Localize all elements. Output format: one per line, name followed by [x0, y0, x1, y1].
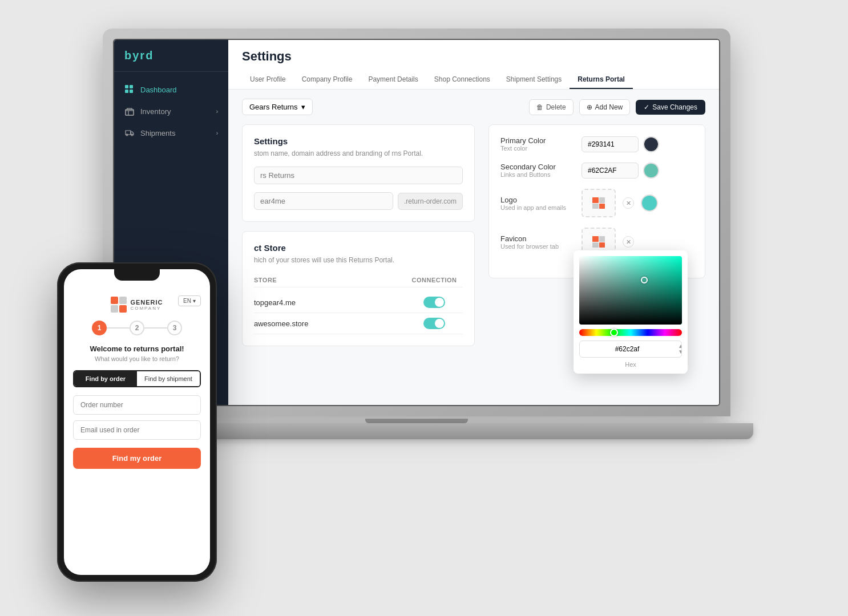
toggle-2[interactable]	[423, 318, 445, 329]
tab-company-profile[interactable]: Company Profile	[294, 71, 361, 89]
portal-select-dropdown[interactable]: Gears Returns ▾	[242, 99, 313, 115]
store-row-2: awesomee.store	[254, 313, 463, 334]
phone-screen: EN ▾ GENERIC	[64, 269, 210, 575]
secondary-color-labels: Secondary Color Links and Buttons	[500, 163, 575, 178]
chevron-down-icon: ▾	[301, 103, 305, 111]
color-hex-input[interactable]	[580, 342, 675, 356]
logo-sublabel: Used in app and emails	[500, 204, 575, 211]
step-2: 2	[130, 321, 144, 335]
check-circle-icon: ✓	[644, 103, 649, 111]
tab-shipment-settings[interactable]: Shipment Settings	[498, 71, 570, 89]
favicon-labels: Favicon Used for browser tab	[500, 234, 575, 250]
email-input[interactable]	[73, 420, 201, 440]
svg-rect-0	[125, 85, 128, 88]
secondary-color-sublabel: Links and Buttons	[500, 171, 575, 178]
store-toggle-1	[406, 297, 463, 308]
svg-rect-1	[130, 85, 133, 88]
portal-toolbar: Gears Returns ▾ 🗑 Delete ⊕	[242, 99, 705, 115]
secondary-color-label: Secondary Color	[500, 163, 575, 171]
step-1: 1	[92, 321, 107, 335]
welcome-subtitle: What would you like to return?	[73, 355, 201, 362]
svg-rect-2	[125, 90, 128, 93]
color-gradient-canvas[interactable]	[579, 256, 682, 325]
order-number-input[interactable]	[73, 395, 201, 415]
logo-color-preview	[641, 194, 658, 212]
primary-color-label: Primary Color	[500, 136, 575, 145]
find-order-button[interactable]: Find my order	[73, 448, 201, 469]
chevron-right-icon: ›	[216, 108, 218, 115]
tab-payment-details[interactable]: Payment Details	[360, 71, 426, 89]
right-column: Primary Color Text color	[488, 124, 705, 355]
toggle-1[interactable]	[423, 297, 445, 308]
secondary-color-row: Secondary Color Links and Buttons	[500, 163, 693, 179]
two-col-layout: Settings stom name, domain address and b…	[242, 124, 705, 355]
company-name-top: GENERIC	[130, 299, 163, 306]
store-row-1: topgear4.me	[254, 292, 463, 313]
domain-suffix: .return-order.com	[398, 193, 463, 210]
settings-header: Settings User Profile Company Profile Pa…	[228, 40, 719, 90]
save-changes-button[interactable]: ✓ Save Changes	[636, 100, 705, 115]
steps-row: 1 2 3	[73, 321, 201, 335]
logo-remove-button[interactable]: ✕	[623, 197, 634, 209]
language-label: EN	[183, 298, 191, 304]
store-name-1: topgear4.me	[254, 298, 406, 307]
primary-color-labels: Primary Color Text color	[500, 136, 575, 152]
main-content: Settings User Profile Company Profile Pa…	[228, 40, 719, 405]
tab-shop-connections[interactable]: Shop Connections	[426, 71, 498, 89]
logo-upload-box[interactable]	[582, 189, 616, 217]
primary-color-sublabel: Text color	[500, 145, 575, 152]
add-new-button[interactable]: ⊕ Add New	[579, 99, 631, 115]
portal-settings-desc: stom name, domain address and branding o…	[254, 149, 463, 157]
color-format-label: Hex	[579, 361, 682, 368]
secondary-color-swatch[interactable]	[643, 163, 659, 179]
connected-store-title: ct Store	[254, 243, 463, 253]
secondary-color-input-group	[582, 163, 693, 179]
sidebar-item-dashboard[interactable]: Dashboard	[114, 79, 228, 100]
logo-label: Logo	[500, 196, 575, 204]
truck-icon	[124, 128, 135, 138]
favicon-label: Favicon	[500, 234, 575, 243]
tab-user-profile[interactable]: User Profile	[242, 71, 294, 89]
primary-color-row: Primary Color Text color	[500, 136, 693, 152]
scene: byrd	[0, 0, 848, 616]
left-column: Settings stom name, domain address and b…	[242, 124, 475, 355]
store-toggle-2	[406, 318, 463, 329]
sidebar-item-inventory[interactable]: Inventory ›	[114, 100, 228, 122]
language-button[interactable]: EN ▾	[178, 295, 201, 306]
color-hex-row: ▲ ▼	[579, 341, 682, 358]
domain-row: .return-order.com	[254, 192, 463, 210]
logo-row: Logo Used in app and emails	[500, 189, 693, 217]
store-name-2: awesomee.store	[254, 319, 406, 328]
favicon-preview	[588, 233, 609, 250]
phone: EN ▾ GENERIC	[57, 262, 217, 582]
logo-preview	[588, 194, 609, 212]
find-by-order-button[interactable]: Find by order	[74, 371, 137, 386]
logo-icon-grid	[111, 297, 127, 313]
settings-body: Gears Returns ▾ 🗑 Delete ⊕	[228, 90, 719, 405]
generic-company-logo: GENERIC COMPANY	[111, 297, 163, 313]
sidebar-logo: byrd	[114, 40, 228, 72]
phone-content: EN ▾ GENERIC	[64, 269, 210, 575]
primary-color-input-group	[582, 136, 693, 152]
portal-name-input[interactable]	[254, 167, 463, 184]
phone-frame: EN ▾ GENERIC	[57, 262, 217, 582]
logo-cell-4	[119, 305, 127, 313]
sidebar-item-label: Shipments	[140, 129, 175, 137]
primary-color-swatch[interactable]	[643, 136, 659, 152]
secondary-color-input[interactable]	[582, 163, 639, 179]
tab-returns-portal[interactable]: Returns Portal	[570, 71, 633, 89]
hue-thumb[interactable]	[610, 329, 618, 337]
color-picker-dot[interactable]	[641, 277, 648, 283]
svg-rect-3	[130, 90, 133, 93]
primary-color-input[interactable]	[582, 136, 639, 152]
find-by-shipment-button[interactable]: Find by shipment	[137, 371, 200, 386]
phone-notch	[114, 269, 160, 281]
favicon-remove-button[interactable]: ✕	[623, 236, 634, 248]
branding-section: Primary Color Text color	[488, 124, 705, 278]
chevron-down-icon: ▾	[193, 298, 196, 304]
delete-button[interactable]: 🗑 Delete	[529, 99, 574, 115]
domain-prefix-input[interactable]	[254, 192, 393, 210]
sidebar-item-shipments[interactable]: Shipments ›	[114, 122, 228, 144]
sidebar-nav: Dashboard Inventory	[114, 72, 228, 151]
color-hue-bar[interactable]	[579, 329, 682, 336]
